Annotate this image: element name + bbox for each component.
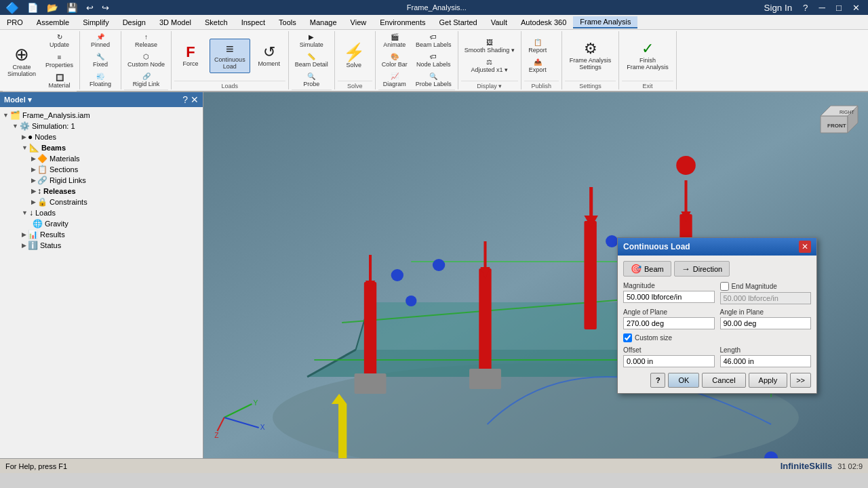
offset-input[interactable] [623,355,715,367]
color-bar-btn[interactable]: 🎨 Color Bar [378,51,411,70]
signin-btn[interactable]: Sign In [762,3,795,13]
svg-rect-13 [584,221,596,329]
open-btn[interactable]: 📂 [44,3,61,13]
beams-arrow: ▼ [22,144,28,151]
rl-icon: 🔗 [37,176,47,185]
adjusted-btn[interactable]: ⚖ Adjusted x1 ▾ [461,56,518,75]
end-magnitude-input[interactable] [720,292,812,304]
save-btn[interactable]: 💾 [64,3,81,13]
menu-vault[interactable]: Vault [484,17,514,28]
solve-btn[interactable]: ⚡ Solve [338,40,370,72]
continuous-load-btn[interactable]: ≡ ContinuousLoad [210,39,250,73]
tree-item-sections[interactable]: ▶ 📋 Sections [31,164,200,175]
beam-detail-btn[interactable]: 📏 Beam Detail [292,51,332,70]
new-btn[interactable]: 📄 [24,3,41,13]
help-btn[interactable]: ? [800,3,810,13]
angle-of-plane-input[interactable] [623,317,715,329]
menu-autodesk360[interactable]: Autodesk 360 [514,17,573,28]
probe-btn[interactable]: 🔍 Probe [292,70,332,89]
simulate-btn[interactable]: ▶ Simulate [292,31,332,50]
dialog-title[interactable]: Continuous Load ✕ [618,238,816,256]
tree-item-rigidlinks[interactable]: ▶ 🔗 Rigid Links [31,175,200,186]
ok-button[interactable]: OK [668,373,699,388]
ribbon-group-manage: ⊕ CreateSimulation ↻ Update ≡ Properties… [0,31,80,89]
angle-in-plane-input[interactable] [720,317,812,329]
menu-inspect[interactable]: Inspect [235,17,272,28]
probe-labels-btn[interactable]: 🔍 Probe Labels [412,70,455,89]
cancel-button[interactable]: Cancel [702,373,745,388]
menu-sketch[interactable]: Sketch [198,17,235,28]
finish-frame-analysis-btn[interactable]: ✓ FinishFrame Analysis [622,38,673,74]
dialog-tab-direction[interactable]: → Direction [674,261,730,277]
menu-assemble[interactable]: Assemble [30,17,76,28]
menu-design[interactable]: Design [116,17,153,28]
properties-btn[interactable]: ≡ Properties [42,52,77,70]
tree-item-beams[interactable]: ▼ 📐 Beams [22,142,200,153]
create-simulation-btn[interactable]: ⊕ CreateSimulation [3,42,41,81]
create-sim-icon: ⊕ [14,45,29,63]
tree-item-root[interactable]: ▼ 🗂️ Frame_Analysis.iam [3,110,200,121]
report-btn[interactable]: 📋 Report [524,37,551,56]
mat-icon: 🔶 [37,154,47,163]
custom-size-checkbox[interactable] [623,333,632,342]
material-btn[interactable]: 🔲 Material [42,72,77,91]
report-icon: 📋 [534,39,542,46]
export-btn[interactable]: 📤 Export [524,56,551,75]
menu-tools[interactable]: Tools [272,17,303,28]
end-magnitude-checkbox[interactable] [720,282,729,291]
tree-item-loads[interactable]: ▼ ↓ Loads [22,207,200,218]
apply-button[interactable]: Apply [749,373,788,388]
length-input[interactable] [720,355,812,367]
redo-btn[interactable]: ↪ [99,3,112,13]
menu-getstarted[interactable]: Get Started [432,17,484,28]
node-labels-btn[interactable]: 🏷 Node Labels [412,51,455,70]
menu-pro[interactable]: PRO [0,17,30,28]
floating-btn[interactable]: 💨 Floating [83,70,118,89]
dialog-close-btn[interactable]: ✕ [799,241,811,253]
statusbar: For Help, press F1 InfiniteSkills 31 02:… [0,458,868,473]
undo-btn[interactable]: ↩ [83,3,96,13]
diagram-btn[interactable]: 📈 Diagram [378,70,411,89]
tree-item-materials[interactable]: ▶ 🔶 Materials [31,153,200,164]
fixed-btn[interactable]: 🔧 Fixed [83,51,118,70]
minimize-btn[interactable]: ─ [816,3,827,13]
sidebar-help-btn[interactable]: ? [182,94,188,105]
sidebar-close-btn[interactable]: ✕ [191,94,199,105]
release-btn[interactable]: ↑ Release [124,31,168,50]
menu-environments[interactable]: Environments [373,17,432,28]
smooth-shading-btn[interactable]: 🖼 Smooth Shading ▾ [461,37,518,56]
tree-item-releases[interactable]: ▶ ↕ Releases [31,186,200,197]
root-arrow: ▼ [3,112,9,119]
root-label: Frame_Analysis.iam [22,111,90,119]
tree-item-results[interactable]: ▶ 📊 Results [22,229,200,240]
update-btn[interactable]: ↻ Update [42,31,77,50]
dialog-tab-beam[interactable]: 🎯 Beam [623,261,671,277]
tree-item-simulation[interactable]: ▼ ⚙️ Simulation: 1 [12,121,200,131]
sim-label: Simulation: 1 [32,122,75,130]
dialog-help-btn[interactable]: ? [650,373,665,388]
menu-simplify[interactable]: Simplify [76,17,116,28]
tree-item-constraints[interactable]: ▶ 🔒 Constraints [31,197,200,207]
expand-button[interactable]: >> [790,373,811,388]
tree-item-gravity[interactable]: 🌐 Gravity [31,218,200,229]
rigid-link-btn[interactable]: 🔗 Rigid Link [124,70,168,89]
force-btn[interactable]: F Force [174,41,207,70]
maximize-btn[interactable]: □ [833,3,844,13]
custom-node-btn[interactable]: ⬡ Custom Node [124,51,168,70]
ribbon-group-exit: ✓ FinishFrame Analysis Exit [619,31,677,89]
menu-view[interactable]: View [344,17,374,28]
tree-item-nodes[interactable]: ▶ ● Nodes [22,131,200,142]
menu-frameanalysis[interactable]: Frame Analysis [573,16,637,28]
svg-text:Z: Z [214,432,218,439]
menu-manage[interactable]: Manage [303,17,344,28]
menu-3dmodel[interactable]: 3D Model [153,17,198,28]
frame-analysis-settings-btn[interactable]: ⚙ Frame AnalysisSettings [565,38,616,74]
close-btn[interactable]: ✕ [850,3,863,13]
tree-item-status[interactable]: ▶ ℹ️ Status [22,240,200,251]
animate-btn[interactable]: 🎬 Animate [378,31,411,50]
nav-cube[interactable]: FRONT RIGHT [807,99,861,153]
moment-btn[interactable]: ↺ Moment [253,41,285,70]
pinned-btn[interactable]: 📌 Pinned [83,31,118,50]
beam-labels-btn[interactable]: 🏷 Beam Labels [412,31,455,50]
magnitude-input[interactable] [623,291,715,303]
